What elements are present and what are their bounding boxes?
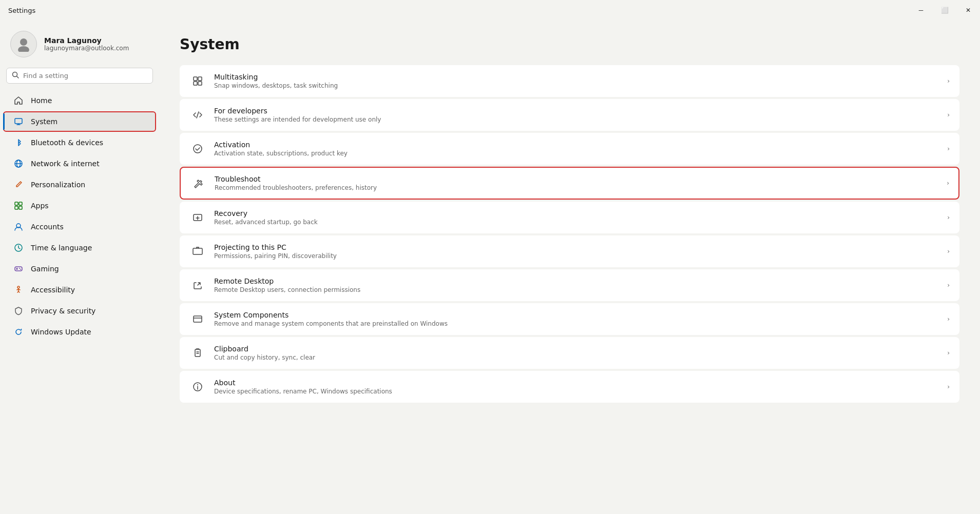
system-icon (13, 116, 24, 127)
accessibility-icon (13, 285, 24, 295)
sidebar-item-label: Apps (31, 202, 49, 210)
chevron-right-icon: › (947, 282, 950, 289)
user-name: Mara Lagunoy (44, 36, 129, 45)
activation-icon (189, 141, 206, 157)
settings-item-remote[interactable]: Remote Desktop Remote Desktop users, con… (180, 269, 959, 301)
settings-item-text: Multitasking Snap windows, desktops, tas… (214, 73, 939, 89)
sidebar-item-label: Accounts (31, 223, 64, 231)
app-body: Mara Lagunoy lagunoymara@outlook.com Hom… (0, 21, 980, 514)
sidebar-item-system[interactable]: System (3, 111, 156, 132)
svg-point-20 (19, 268, 20, 269)
page-title: System (180, 36, 959, 53)
svg-rect-26 (198, 82, 202, 85)
sidebar-item-gaming[interactable]: Gaming (3, 259, 156, 279)
sidebar-item-label: Gaming (31, 265, 59, 273)
svg-point-37 (197, 384, 198, 385)
svg-point-27 (194, 145, 202, 153)
svg-rect-32 (195, 349, 200, 357)
user-info: Mara Lagunoy lagunoymara@outlook.com (44, 36, 129, 52)
settings-item-desc: Cut and copy history, sync, clear (214, 354, 939, 361)
sidebar-item-accessibility[interactable]: Accessibility (3, 280, 156, 300)
sidebar-item-update[interactable]: Windows Update (3, 322, 156, 342)
time-icon (13, 243, 24, 253)
sidebar-item-bluetooth[interactable]: Bluetooth & devices (3, 132, 156, 153)
svg-point-0 (20, 38, 27, 46)
sidebar-item-network[interactable]: Network & internet (3, 153, 156, 174)
settings-item-text: Projecting to this PC Permissions, pairi… (214, 243, 939, 260)
sidebar-item-label: System (31, 117, 57, 126)
svg-rect-25 (194, 82, 197, 85)
settings-item-title: Remote Desktop (214, 277, 939, 285)
components-icon (189, 311, 206, 327)
chevron-right-icon: › (947, 248, 950, 255)
settings-item-components[interactable]: System Components Remove and manage syst… (180, 303, 959, 335)
settings-item-desc: Remove and manage system components that… (214, 320, 939, 327)
settings-item-text: Activation Activation state, subscriptio… (214, 141, 939, 157)
user-section[interactable]: Mara Lagunoy lagunoymara@outlook.com (0, 21, 159, 68)
avatar (10, 31, 37, 57)
svg-rect-13 (19, 206, 22, 209)
search-box[interactable] (6, 68, 153, 84)
settings-item-desc: Activation state, subscriptions, product… (214, 150, 939, 157)
sidebar-item-personalization[interactable]: Personalization (3, 174, 156, 195)
chevron-right-icon: › (947, 145, 950, 152)
settings-item-recovery[interactable]: Recovery Reset, advanced startup, go bac… (180, 202, 959, 233)
settings-item-desc: These settings are intended for developm… (214, 116, 939, 123)
settings-item-text: For developers These settings are intend… (214, 107, 939, 123)
main-content: System Multitasking Snap windows, deskto… (159, 21, 980, 514)
svg-rect-12 (15, 206, 18, 209)
sidebar-item-privacy[interactable]: Privacy & security (3, 301, 156, 321)
remote-icon (189, 277, 206, 293)
sidebar-item-label: Home (31, 96, 52, 105)
settings-item-text: Troubleshoot Recommended troubleshooters… (215, 175, 938, 191)
chevron-right-icon: › (947, 111, 950, 118)
gaming-icon (13, 264, 24, 274)
settings-item-text: Recovery Reset, advanced startup, go bac… (214, 209, 939, 226)
apps-icon (13, 201, 24, 211)
settings-item-title: Multitasking (214, 73, 939, 81)
settings-item-desc: Permissions, pairing PIN, discoverabilit… (214, 252, 939, 260)
settings-item-title: About (214, 379, 939, 387)
settings-item-title: For developers (214, 107, 939, 115)
sidebar-item-apps[interactable]: Apps (3, 195, 156, 216)
minimize-button[interactable]: ─ (909, 0, 933, 21)
maximize-button[interactable]: ⬜ (933, 0, 956, 21)
settings-item-desc: Remote Desktop users, connection permiss… (214, 286, 939, 293)
svg-point-22 (17, 286, 20, 288)
personalization-icon (13, 180, 24, 190)
developers-icon (189, 107, 206, 123)
recovery-icon (189, 209, 206, 226)
projecting-icon (189, 243, 206, 260)
titlebar-controls: ─ ⬜ ✕ (909, 0, 980, 21)
network-icon (13, 159, 24, 169)
settings-item-text: Remote Desktop Remote Desktop users, con… (214, 277, 939, 293)
search-input[interactable] (23, 72, 147, 80)
troubleshoot-icon (190, 175, 206, 191)
sidebar-item-time[interactable]: Time & language (3, 238, 156, 258)
svg-rect-11 (19, 202, 22, 205)
chevron-right-icon: › (947, 180, 949, 187)
chevron-right-icon: › (947, 349, 950, 357)
settings-item-projecting[interactable]: Projecting to this PC Permissions, pairi… (180, 235, 959, 267)
sidebar-item-accounts[interactable]: Accounts (3, 216, 156, 237)
chevron-right-icon: › (947, 315, 950, 323)
settings-item-title: Projecting to this PC (214, 243, 939, 251)
settings-item-desc: Snap windows, desktops, task switching (214, 82, 939, 89)
settings-item-developers[interactable]: For developers These settings are intend… (180, 99, 959, 131)
settings-item-troubleshoot[interactable]: Troubleshoot Recommended troubleshooters… (180, 167, 959, 200)
sidebar-item-label: Privacy & security (31, 307, 95, 315)
sidebar-item-home[interactable]: Home (3, 90, 156, 111)
titlebar-title: Settings (8, 7, 35, 14)
settings-item-title: System Components (214, 311, 939, 319)
about-icon (189, 379, 206, 395)
svg-rect-30 (194, 316, 202, 322)
settings-item-activation[interactable]: Activation Activation state, subscriptio… (180, 133, 959, 165)
settings-item-multitasking[interactable]: Multitasking Snap windows, desktops, tas… (180, 65, 959, 97)
sidebar-item-label: Network & internet (31, 160, 100, 168)
settings-item-clipboard[interactable]: Clipboard Cut and copy history, sync, cl… (180, 337, 959, 369)
settings-item-about[interactable]: About Device specifications, rename PC, … (180, 371, 959, 403)
user-email: lagunoymara@outlook.com (44, 45, 129, 52)
sidebar-item-label: Personalization (31, 181, 85, 189)
close-button[interactable]: ✕ (956, 0, 980, 21)
titlebar: Settings ─ ⬜ ✕ (0, 0, 980, 21)
